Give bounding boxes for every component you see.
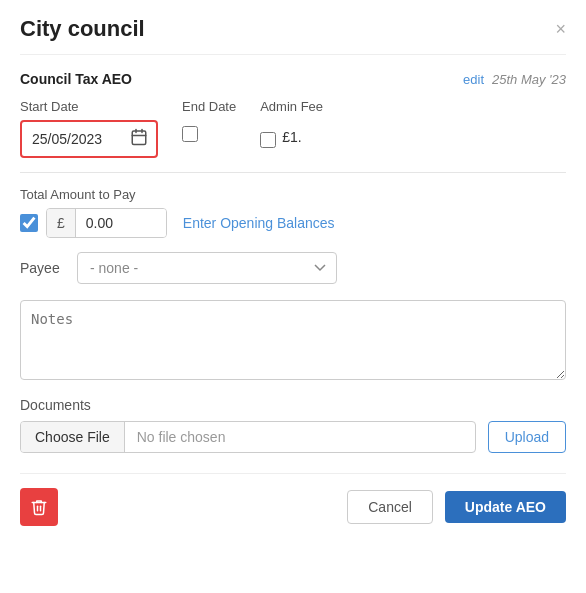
calendar-icon-button[interactable] [124, 124, 154, 154]
end-date-label: End Date [182, 99, 236, 114]
footer: Cancel Update AEO [20, 473, 566, 526]
delete-button[interactable] [20, 488, 58, 526]
amount-row: £ Enter Opening Balances [20, 208, 566, 238]
modal-container: City council × Council Tax AEO edit 25th… [0, 0, 586, 593]
trash-icon [30, 498, 48, 516]
edit-area: edit 25th May '23 [463, 71, 566, 87]
file-input-wrapper: Choose File No file chosen [20, 421, 476, 453]
end-date-group: End Date [182, 99, 236, 158]
start-date-wrapper [20, 120, 158, 158]
notes-section [20, 300, 566, 383]
divider-1 [20, 172, 566, 173]
currency-symbol: £ [47, 209, 76, 237]
documents-label: Documents [20, 397, 566, 413]
admin-fee-row: £1. [260, 126, 323, 148]
payee-row: Payee - none - [20, 252, 566, 284]
section-title: Council Tax AEO [20, 71, 132, 87]
modal-title: City council [20, 16, 145, 42]
start-date-group: Start Date [20, 99, 158, 158]
enter-balances-link[interactable]: Enter Opening Balances [183, 215, 335, 231]
notes-textarea[interactable] [20, 300, 566, 380]
amount-input[interactable] [76, 209, 166, 237]
upload-button[interactable]: Upload [488, 421, 566, 453]
footer-right: Cancel Update AEO [347, 490, 566, 524]
start-date-label: Start Date [20, 99, 158, 114]
total-amount-label: Total Amount to Pay [20, 187, 566, 202]
admin-fee-value: £1. [282, 129, 301, 145]
total-amount-checkbox[interactable] [20, 214, 38, 232]
admin-fee-label: Admin Fee [260, 99, 323, 114]
end-date-checkbox[interactable] [182, 126, 198, 142]
date-fields-row: Start Date End Date Admin Fee [20, 99, 566, 158]
update-button[interactable]: Update AEO [445, 491, 566, 523]
admin-fee-checkbox[interactable] [260, 132, 276, 148]
file-chosen-text: No file chosen [125, 422, 238, 452]
admin-fee-group: Admin Fee £1. [260, 99, 323, 158]
edit-date: 25th May '23 [492, 72, 566, 87]
svg-rect-0 [132, 131, 146, 145]
documents-row: Choose File No file chosen Upload [20, 421, 566, 453]
start-date-input[interactable] [24, 126, 124, 152]
cancel-button[interactable]: Cancel [347, 490, 433, 524]
modal-header: City council × [20, 16, 566, 55]
section-header: Council Tax AEO edit 25th May '23 [20, 71, 566, 87]
total-amount-section: Total Amount to Pay £ Enter Opening Bala… [20, 187, 566, 238]
payee-select[interactable]: - none - [77, 252, 337, 284]
documents-section: Documents Choose File No file chosen Upl… [20, 397, 566, 453]
amount-input-wrapper: £ [46, 208, 167, 238]
close-button[interactable]: × [555, 20, 566, 38]
calendar-icon [130, 128, 148, 146]
edit-link[interactable]: edit [463, 72, 484, 87]
choose-file-button[interactable]: Choose File [21, 422, 125, 452]
payee-label: Payee [20, 260, 65, 276]
